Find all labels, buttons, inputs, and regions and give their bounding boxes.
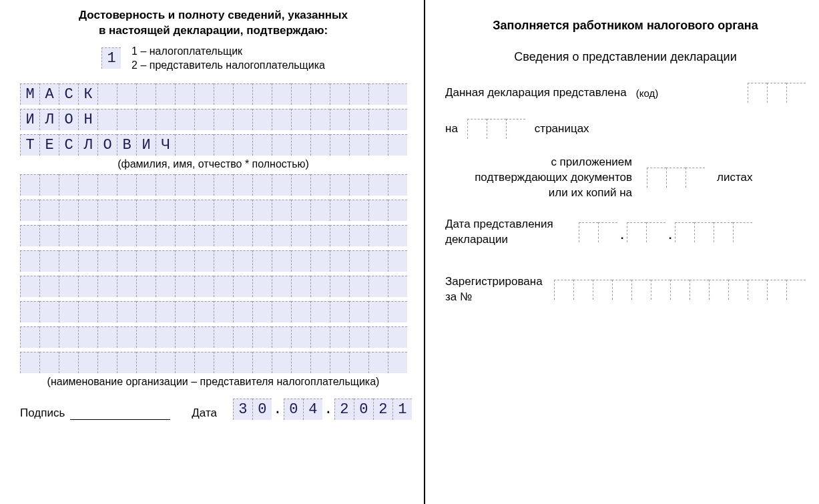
char-cell — [310, 109, 330, 130]
empty-cell — [748, 280, 767, 300]
char-cell — [291, 301, 310, 322]
char-cell — [59, 352, 78, 373]
char-cell — [194, 352, 214, 373]
char-cell — [233, 109, 252, 130]
date-dot: . — [617, 222, 627, 242]
char-cell — [252, 83, 272, 105]
char-cell — [233, 134, 252, 156]
char-cell — [310, 326, 330, 348]
char-cell — [252, 301, 272, 322]
char-cell — [388, 200, 407, 221]
empty-cell — [666, 168, 686, 188]
char-cell — [214, 326, 233, 348]
char-cell: К — [78, 83, 97, 105]
empty-cell — [690, 280, 709, 300]
char-cell — [388, 250, 407, 272]
char-cell — [117, 352, 136, 373]
char-cell — [117, 250, 136, 272]
char-cell — [78, 174, 97, 196]
char-cell — [78, 200, 97, 221]
char-cell — [59, 276, 78, 297]
char-cell — [194, 109, 214, 130]
char-cell — [97, 83, 117, 105]
char-cell — [330, 134, 349, 156]
char-cell — [136, 326, 156, 348]
char-cell: И — [136, 134, 156, 156]
char-cell — [78, 225, 97, 246]
empty-cell — [593, 280, 612, 300]
char-cell — [20, 200, 39, 221]
char-cell — [194, 301, 214, 322]
char-cell — [20, 225, 39, 246]
empty-cell — [573, 280, 593, 300]
char-cell — [97, 301, 117, 322]
submission-code-row: Данная декларация представлена (код) — [445, 83, 806, 103]
declarant-type-legend: 1 – налогоплательщик 2 – представитель н… — [131, 44, 325, 73]
char-cell — [252, 200, 272, 221]
date-char-cell: 3 — [233, 399, 252, 420]
char-cell — [175, 352, 194, 373]
char-cell — [252, 109, 272, 130]
char-cell — [136, 200, 156, 221]
char-cell — [175, 134, 194, 156]
char-cell — [233, 352, 252, 373]
org-row — [20, 301, 420, 322]
char-cell — [368, 225, 388, 246]
char-cell — [291, 109, 310, 130]
attachments-cells — [647, 168, 705, 188]
char-cell — [20, 301, 39, 322]
org-row — [20, 225, 420, 246]
char-cell — [194, 83, 214, 105]
firstname-field: ИЛОН — [20, 109, 420, 130]
date-dot: . — [322, 399, 334, 420]
char-cell — [194, 200, 214, 221]
char-cell — [388, 276, 407, 297]
char-cell — [97, 225, 117, 246]
char-cell — [136, 174, 156, 196]
submission-code-cells — [748, 83, 806, 103]
char-cell — [214, 301, 233, 322]
char-cell — [78, 301, 97, 322]
char-cell — [233, 276, 252, 297]
char-cell: С — [59, 134, 78, 156]
char-cell — [20, 250, 39, 272]
empty-cell — [631, 280, 651, 300]
char-cell — [252, 225, 272, 246]
char-cell — [97, 174, 117, 196]
char-cell — [156, 200, 175, 221]
char-cell — [272, 276, 291, 297]
char-cell — [59, 200, 78, 221]
signature-label: Подпись — [20, 407, 65, 420]
char-cell — [156, 225, 175, 246]
name-caption: (фамилия, имя, отчество * полностью) — [7, 158, 420, 170]
char-cell — [117, 326, 136, 348]
char-cell — [349, 250, 368, 272]
char-cell — [349, 174, 368, 196]
char-cell: Е — [39, 134, 59, 156]
char-cell — [194, 174, 214, 196]
char-cell — [272, 174, 291, 196]
char-cell — [97, 200, 117, 221]
char-cell — [368, 83, 388, 105]
declarant-type-value: 1 — [101, 47, 121, 69]
char-cell: В — [117, 134, 136, 156]
char-cell — [388, 301, 407, 322]
char-cell — [39, 326, 59, 348]
char-cell — [330, 225, 349, 246]
char-cell — [388, 134, 407, 156]
empty-cell — [767, 83, 786, 103]
char-cell — [117, 276, 136, 297]
submission-date-cells: .. — [579, 222, 752, 242]
pages-row: на страницах — [445, 119, 806, 139]
char-cell — [175, 250, 194, 272]
char-cell — [349, 83, 368, 105]
char-cell — [272, 250, 291, 272]
org-row — [20, 200, 420, 221]
char-cell — [136, 83, 156, 105]
char-cell — [175, 83, 194, 105]
char-cell — [349, 301, 368, 322]
empty-cell — [579, 222, 598, 242]
char-cell — [78, 326, 97, 348]
char-cell — [252, 134, 272, 156]
org-row — [20, 174, 420, 196]
